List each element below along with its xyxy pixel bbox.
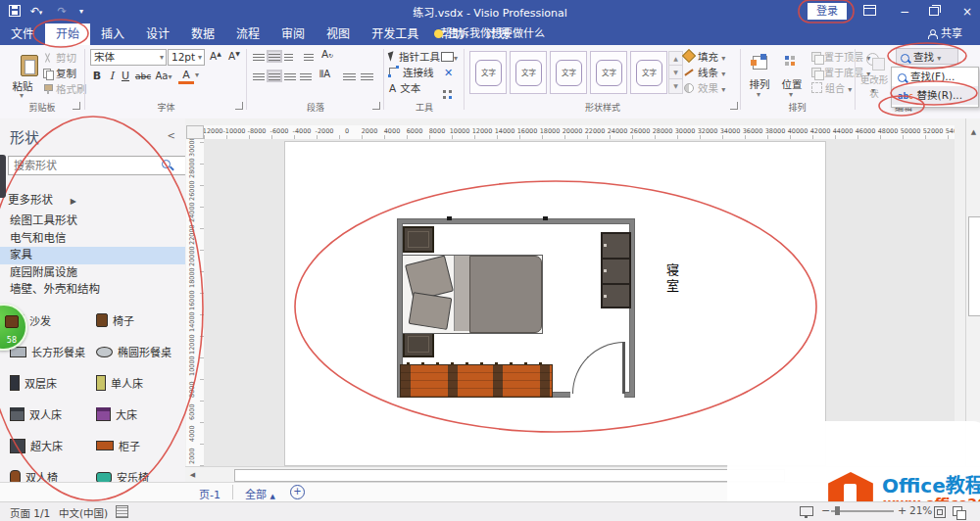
tell-me-box[interactable]: 告诉我你想要做什么 (434, 24, 545, 45)
nightstand-shape[interactable] (403, 226, 434, 253)
gallery-more-icon[interactable]: ▼ (668, 78, 683, 94)
italic-button[interactable]: I (105, 69, 119, 84)
tab-6[interactable]: 审阅 (270, 24, 316, 45)
tab-1[interactable]: 开始 (45, 24, 90, 45)
room-label[interactable]: 寝室 (662, 263, 681, 295)
shape-styles-dialog-launcher[interactable] (730, 102, 738, 110)
category-item-0[interactable]: 绘图工具形状 (0, 213, 185, 230)
connector-tool-button[interactable]: 连接线 (389, 66, 434, 80)
connection-point-icon[interactable] (443, 83, 453, 98)
stencil-item-6[interactable]: 双人床 (10, 399, 96, 430)
side-flyout-tab[interactable] (0, 155, 6, 198)
nightstand-shape[interactable] (403, 331, 434, 357)
change-case-button[interactable]: Aa▾ (155, 69, 172, 84)
category-item-4[interactable]: 墙壁、外壳和结构 (0, 281, 185, 299)
page-tab[interactable]: 页-1 (199, 486, 220, 501)
dresser-shape[interactable] (400, 364, 553, 398)
paragraph-spacing-icon[interactable] (361, 71, 373, 80)
stencil-item-3[interactable]: 椭圆形餐桌 (96, 336, 182, 367)
bed-shape[interactable] (402, 255, 543, 334)
paragraph-dialog-launcher[interactable] (372, 102, 380, 110)
vertical-align-icon[interactable]: ⫴A (319, 69, 330, 80)
horizontal-scroll-thumb[interactable] (234, 469, 785, 482)
share-button[interactable]: 共享 (928, 24, 962, 45)
tab-3[interactable]: 设计 (135, 24, 180, 45)
line-spacing-icon[interactable] (343, 71, 356, 80)
language-indicator[interactable]: 中文(中国) (59, 505, 108, 520)
door-leaf[interactable] (622, 342, 625, 394)
search-icon[interactable] (160, 158, 175, 173)
underline-button[interactable]: U (119, 69, 132, 84)
panel-collapse-icon[interactable]: < (168, 130, 175, 141)
tab-5[interactable]: 流程 (225, 24, 270, 45)
bold-button[interactable]: B (90, 69, 104, 84)
text-tool-button[interactable]: A文本 (389, 81, 420, 96)
fit-page-icon[interactable] (934, 506, 946, 518)
fill-button[interactable]: 填充 ▾ (684, 50, 725, 65)
stencil-item-8[interactable]: 超大床 (10, 430, 96, 461)
more-shapes-item[interactable]: 更多形状 ▶ (8, 191, 76, 207)
add-page-icon[interactable]: + (290, 485, 305, 499)
scroll-up-icon[interactable]: ▲ (966, 125, 980, 139)
tab-2[interactable]: 插入 (90, 24, 135, 45)
restore-icon[interactable] (919, 0, 949, 24)
stencil-item-7[interactable]: 大床 (96, 399, 182, 430)
sign-in-button[interactable]: 登录 (808, 3, 847, 20)
list-icon[interactable] (284, 52, 293, 61)
copy-button[interactable]: 复制 (43, 67, 76, 81)
shape-style-2[interactable]: 文字 (550, 51, 587, 94)
shape-delete-icon[interactable]: ✕ (444, 66, 453, 80)
arrange-button[interactable]: 排列 ▾ (745, 49, 774, 104)
ribbon-display-options-icon[interactable] (855, 0, 884, 24)
justify-icon[interactable] (300, 71, 312, 80)
minimize-icon[interactable]: − (890, 0, 919, 24)
scroll-left-icon[interactable]: ◀ (185, 467, 200, 483)
align-left-icon[interactable] (253, 71, 265, 80)
indent-decrease-icon[interactable] (304, 52, 314, 61)
tab-0[interactable]: 文件 (0, 24, 45, 45)
page-info[interactable]: 页面 1/1 (10, 505, 50, 520)
stencil-item-9[interactable]: 柜子 (96, 430, 182, 461)
zoom-out-icon[interactable]: − (821, 504, 830, 517)
shape-style-3[interactable]: 文字 (590, 51, 627, 94)
shrink-font-icon[interactable]: A▼ (228, 50, 240, 62)
font-family-combo[interactable]: 宋体▾ (90, 49, 167, 66)
vertical-scrollbar[interactable]: ▲ (965, 118, 980, 466)
shape-style-4[interactable]: 文字 (630, 51, 667, 94)
strikethrough-button[interactable]: abc (133, 69, 153, 84)
zoom-in-icon[interactable]: + (898, 504, 906, 517)
stencil-item-5[interactable]: 单人床 (96, 367, 182, 399)
menu-item-find[interactable]: 查找(F)... (892, 68, 978, 86)
font-dialog-launcher[interactable] (235, 102, 243, 110)
category-item-1[interactable]: 电气和电信 (0, 230, 185, 248)
align-right-icon[interactable] (284, 71, 296, 80)
font-color-button[interactable]: A (178, 69, 194, 84)
bullets-icon[interactable] (253, 52, 265, 61)
zoom-slider-thumb[interactable] (835, 506, 840, 515)
ime-status-icon[interactable] (116, 505, 128, 518)
align-center-icon[interactable] (269, 71, 280, 80)
grow-font-icon[interactable]: A▲ (210, 50, 221, 62)
drawing-page-area[interactable]: 寝室 (204, 139, 955, 466)
numbering-icon[interactable] (269, 52, 280, 61)
tab-4[interactable]: 数据 (180, 24, 225, 45)
stencil-item-4[interactable]: 双层床 (10, 367, 96, 399)
shape-style-1[interactable]: 文字 (510, 51, 547, 94)
tab-8[interactable]: 开发工具 (361, 24, 429, 45)
stencil-item-1[interactable]: 椅子 (96, 305, 182, 336)
shape-style-0[interactable]: 文字 (469, 51, 507, 94)
tab-7[interactable]: 视图 (316, 24, 361, 45)
zoom-level[interactable]: 21% (909, 504, 932, 516)
presentation-mode-icon[interactable] (800, 506, 813, 516)
find-button[interactable]: 查找 ▾ (896, 48, 958, 65)
vertical-scroll-thumb[interactable] (968, 216, 980, 316)
clipboard-dialog-launcher[interactable] (73, 102, 80, 110)
category-item-3[interactable]: 庭园附属设施 (0, 264, 185, 282)
text-direction-icon[interactable]: A↻ (321, 48, 333, 60)
zoom-slider-track[interactable] (831, 510, 894, 512)
close-icon[interactable]: × (953, 0, 980, 24)
font-color-dropdown[interactable]: ▾ (195, 71, 199, 79)
font-size-combo[interactable]: 12pt▾ (168, 49, 205, 66)
rectangle-tool-button[interactable]: ▾ (441, 50, 458, 65)
wardrobe-shape[interactable] (601, 232, 631, 308)
